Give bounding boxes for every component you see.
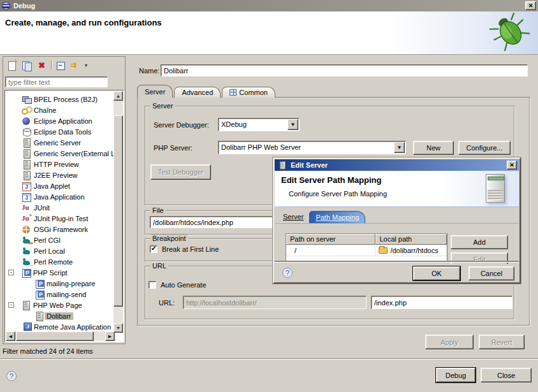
duplicate-configuration-icon[interactable]: [22, 60, 33, 71]
tree-item[interactable]: -PHP Script: [5, 267, 114, 278]
tab-common-label: Common: [239, 87, 268, 98]
tree-vertical-scrollbar[interactable]: ▲ ▼: [113, 91, 123, 333]
ok-button[interactable]: OK: [413, 266, 460, 280]
table-row[interactable]: //dolibarr/htdocs: [286, 245, 447, 256]
tree-item[interactable]: Remote Java Application: [5, 321, 114, 332]
java-applet-icon: [22, 181, 32, 191]
tree-item-label: JUnit Plug-in Test: [32, 215, 90, 222]
tree-item-label: BPEL Process (B2J): [32, 96, 99, 103]
path-mapping-table[interactable]: Path on server Local path //dolibarr/htd…: [286, 233, 447, 263]
close-button[interactable]: Close: [481, 368, 532, 382]
server-group-title: Server: [150, 102, 175, 110]
tree-item[interactable]: Java Applet: [5, 180, 114, 191]
combo-arrow-icon[interactable]: ▼: [287, 119, 298, 130]
tree-item[interactable]: Eclipse Data Tools: [5, 126, 114, 137]
revert-button[interactable]: Revert: [479, 335, 525, 349]
server-debugger-label: Server Debugger:: [154, 121, 209, 129]
tab-server-label: Server: [145, 87, 165, 97]
name-input[interactable]: [161, 64, 528, 76]
horizontal-scroll-thumb[interactable]: [16, 331, 94, 341]
edit-server-heading: Edit Server Path Mapping: [281, 175, 381, 185]
dialog-tab-server[interactable]: Server: [277, 211, 309, 223]
tree-item[interactable]: Perl CGI: [5, 235, 114, 245]
tree-item[interactable]: JUnit: [5, 202, 114, 213]
tree-item-label: Eclipse Application: [32, 117, 94, 125]
tree-item[interactable]: Chaîne: [5, 105, 114, 115]
tree-item[interactable]: HTTP Preview: [5, 159, 114, 170]
delete-configuration-icon[interactable]: ✖: [36, 60, 47, 71]
dialog-tab-path-mapping[interactable]: Path Mapping: [309, 211, 365, 223]
scroll-right-icon[interactable]: ▶: [105, 331, 115, 341]
collapse-toggle-icon[interactable]: -: [8, 270, 14, 275]
edit-server-close-button[interactable]: ✕: [507, 161, 517, 170]
breakpoint-group-title: Breakpoint: [150, 235, 188, 242]
php-icon: [34, 279, 45, 289]
apply-button[interactable]: Apply: [425, 335, 474, 349]
test-debugger-button[interactable]: Test Debugger: [150, 164, 211, 180]
tree-item[interactable]: Generic Server: [5, 137, 114, 148]
column-path-on-server[interactable]: Path on server: [286, 234, 375, 245]
new-server-button[interactable]: New: [413, 141, 454, 155]
tree-item-label: Dolibarr: [45, 312, 73, 320]
osgi-icon: [22, 224, 32, 235]
tree-item[interactable]: J2EE Preview: [5, 170, 114, 180]
scroll-down-icon[interactable]: ▼: [113, 323, 123, 333]
filter-icon[interactable]: ⇉: [70, 60, 81, 71]
add-mapping-button[interactable]: Add: [451, 235, 508, 249]
tree-item-label: Perl CGI: [32, 236, 62, 244]
filter-dropdown-arrow-icon[interactable]: ▾: [85, 60, 90, 71]
table-body: //dolibarr/htdocs: [286, 245, 447, 256]
scroll-up-icon[interactable]: ▲: [113, 91, 123, 101]
collapse-toggle-icon[interactable]: -: [8, 302, 14, 308]
tree-item[interactable]: mailing-send: [5, 289, 114, 300]
tab-common[interactable]: Common: [222, 87, 275, 98]
tree-item[interactable]: Perl Local: [5, 245, 114, 256]
tree-item[interactable]: Perl Remote: [5, 256, 114, 267]
php-server-combo[interactable]: Dolibarr PHP Web Server ▼: [218, 141, 406, 154]
scroll-left-icon[interactable]: ◀: [6, 331, 15, 341]
edit-server-header: Edit Server Path Mapping Configure Serve…: [275, 171, 519, 207]
vertical-scroll-thumb[interactable]: [113, 115, 123, 307]
tree-item[interactable]: JUnit Plug-in Test: [5, 213, 114, 224]
configure-button[interactable]: Configure...: [458, 141, 511, 155]
tree-item[interactable]: Eclipse Application: [5, 115, 114, 126]
tree-item[interactable]: Generic Server(External La: [5, 148, 114, 159]
column-local-path[interactable]: Local path: [375, 234, 447, 245]
break-first-line-checkbox[interactable]: [150, 245, 157, 253]
tree-item-label: Perl Remote: [32, 258, 75, 266]
collapse-all-icon[interactable]: [55, 60, 66, 71]
tree-item[interactable]: mailing-prepare: [5, 278, 114, 289]
tree-item[interactable]: -PHP Web Page: [5, 300, 114, 310]
window-titlebar[interactable]: Debug ✕: [0, 0, 538, 11]
tab-server[interactable]: Server: [137, 85, 173, 98]
php-icon: [34, 289, 45, 300]
tree-item[interactable]: Java Application: [5, 191, 114, 202]
url-path-input[interactable]: [371, 296, 513, 309]
filter-input[interactable]: [5, 76, 108, 87]
tab-advanced-label: Advanced: [182, 87, 213, 98]
tab-advanced[interactable]: Advanced: [174, 87, 221, 98]
tree-item-label: Java Application: [32, 193, 87, 201]
tree-item-label: Chaîne: [32, 106, 58, 114]
server-debugger-combo[interactable]: XDebug ▼: [218, 118, 300, 131]
configuration-tree[interactable]: BPEL Process (B2J)ChaîneEclipse Applicat…: [4, 90, 124, 342]
window-close-button[interactable]: ✕: [525, 1, 536, 10]
tree-item-label: Generic Server: [32, 139, 83, 147]
help-icon[interactable]: ?: [6, 371, 17, 381]
table-icon: [229, 89, 236, 96]
url-group-title: URL: [150, 262, 168, 270]
tree-item[interactable]: BPEL Process (B2J): [5, 94, 114, 105]
perl-icon: [22, 246, 32, 256]
new-configuration-icon[interactable]: [7, 60, 18, 71]
tree-item[interactable]: OSGi Framework: [5, 224, 114, 235]
bpel-process-icon: [22, 94, 32, 105]
edit-server-titlebar[interactable]: Edit Server ✕: [275, 159, 519, 171]
auto-generate-checkbox[interactable]: [149, 281, 156, 289]
cancel-button[interactable]: Cancel: [469, 266, 514, 280]
tree-item-label: HTTP Preview: [32, 161, 81, 168]
tree-item[interactable]: Dolibarr: [5, 310, 114, 321]
debug-button[interactable]: Debug: [436, 368, 476, 382]
tree-horizontal-scrollbar[interactable]: ◀ ▶: [6, 331, 115, 341]
dialog-help-icon[interactable]: ?: [282, 268, 293, 278]
combo-arrow-icon[interactable]: ▼: [394, 142, 405, 153]
